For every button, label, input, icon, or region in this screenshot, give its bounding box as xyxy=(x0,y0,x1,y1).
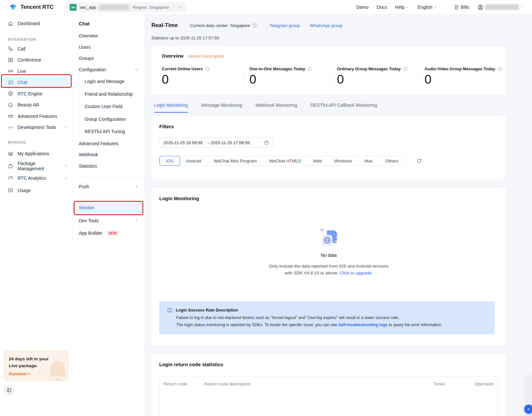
account-menu[interactable] xyxy=(477,4,524,10)
no-data-illustration xyxy=(318,227,340,247)
sidebar-item-label: Live xyxy=(18,69,26,74)
click-to-upgrade-link[interactable]: Click to upgrade xyxy=(340,270,372,275)
bills-link[interactable]: Bills xyxy=(454,5,469,10)
platform-tab-web[interactable]: Web xyxy=(307,156,328,166)
statistics-timestamp: Statistics up to 2025-11-25 17:57:50 xyxy=(151,35,506,40)
submenu-item-login-and-message[interactable]: Login and Message xyxy=(79,75,145,88)
filters-card: Filters 2025-11-25 16:59:59 ~ 2025-11-25… xyxy=(151,116,506,179)
platform-tab-wechat-mini-program[interactable]: WeChat Mini Program xyxy=(207,156,263,166)
submenu-item-app-builder[interactable]: App Builder NEW xyxy=(72,228,145,239)
submenu-item-groups[interactable]: Groups xyxy=(72,53,145,64)
sidebar-collapse-button[interactable] xyxy=(4,385,14,395)
language-label: English xyxy=(417,5,432,10)
sidebar-item-beauty-ar[interactable]: Beauty AR xyxy=(0,99,72,111)
sidebar-item-label: Usage xyxy=(18,188,31,193)
section-header-manage: MANAGE xyxy=(0,140,72,145)
platform-tab-others[interactable]: Others xyxy=(379,156,405,166)
metric-audio-video-group-messages: Audio-Video Group Messages Today 0 xyxy=(418,67,506,87)
notice-line2-pre: The login status monitoring is reported … xyxy=(176,323,338,327)
sidebar-item-label: Dashboard xyxy=(18,21,40,26)
platform-tab-android[interactable]: Android xyxy=(180,156,208,166)
submenu-item-webhook[interactable]: Webhook xyxy=(72,149,145,160)
sidebar-item-my-applications[interactable]: My Applications xyxy=(0,148,72,160)
sidebar-item-label: Package Management xyxy=(18,161,60,171)
sidebar-item-conference[interactable]: Conference xyxy=(0,54,72,66)
chevron-down-icon xyxy=(521,6,524,9)
submenu-item-friend-and-relationship[interactable]: Friend and Relationship xyxy=(79,88,145,101)
sidebar-item-label: Chat xyxy=(18,80,27,85)
self-troubleshooting-logs-link[interactable]: Self-troubleshooting logs xyxy=(338,323,387,327)
platform-tab-wechat-html5[interactable]: WeChat HTML5 xyxy=(263,156,307,166)
help-menu[interactable]: Help xyxy=(395,5,410,10)
submenu-item-label: App Builder xyxy=(79,230,102,236)
tab-message-monitoring[interactable]: Message Monitoring xyxy=(201,103,242,113)
metric-label: Current Online Users xyxy=(162,67,203,71)
platform-tab-ios[interactable]: iOS xyxy=(160,156,180,166)
monitoring-tabs: Login Monitoring Message Monitoring Webh… xyxy=(151,103,506,113)
table-header-row: Return code Return code description Time… xyxy=(160,377,498,391)
platform-tab-windows[interactable]: Windows xyxy=(328,156,358,166)
code-icon xyxy=(8,125,13,130)
column-times: Times xyxy=(396,381,445,386)
telegram-group-link[interactable]: Telegram group xyxy=(269,23,300,28)
metric-ordinary-group-messages: Ordinary Group Messages Today 0 xyxy=(331,67,418,87)
sidebar-item-dashboard[interactable]: Dashboard xyxy=(0,18,72,29)
sidebar-item-rtc-engine[interactable]: RTC Engine xyxy=(0,88,72,100)
info-icon[interactable] xyxy=(252,23,257,28)
sidebar-item-development-tools[interactable]: Development Tools xyxy=(0,122,72,133)
notice-line-2: The login status monitoring is reported … xyxy=(176,323,495,327)
sidebar-item-label: Beauty AR xyxy=(18,102,39,107)
sidebar-item-advanced-features[interactable]: Advanced Features xyxy=(0,111,72,122)
info-icon[interactable] xyxy=(307,67,312,71)
sidebar-item-package-management[interactable]: Package Management xyxy=(0,160,72,172)
language-menu[interactable]: English xyxy=(417,5,437,10)
info-icon[interactable] xyxy=(497,67,502,71)
chevron-right-icon xyxy=(134,219,138,222)
tab-webhook-monitoring[interactable]: Webhook Monitoring xyxy=(256,103,297,113)
tab-restful-api-callback-monitoring[interactable]: RESTful API Callback Monitoring xyxy=(311,103,377,113)
submenu-item-dev-tools[interactable]: Dev Tools xyxy=(72,215,145,227)
chevron-down-icon xyxy=(406,6,409,9)
tab-login-monitoring[interactable]: Login Monitoring xyxy=(154,103,188,113)
submenu-item-statistics[interactable]: Statistics xyxy=(72,160,145,172)
submenu-item-restful-api-tuning[interactable]: RESTful API Tuning xyxy=(79,125,145,138)
version-description-link[interactable]: Version Description xyxy=(188,54,224,59)
return-code-card: Login return code statistics Return code… xyxy=(151,354,506,416)
tencent-rtc-logo-icon xyxy=(9,3,17,11)
docs-link[interactable]: Docs xyxy=(377,5,387,10)
brand[interactable]: Tencent RTC xyxy=(9,3,53,11)
info-icon[interactable] xyxy=(205,67,210,71)
drawer-expand-button[interactable] xyxy=(524,405,532,414)
divider xyxy=(445,4,446,10)
submenu-item-users[interactable]: Users xyxy=(72,42,145,53)
return-code-title: Login return code statistics xyxy=(159,362,498,367)
submenu-item-group-configuration[interactable]: Group Configuration xyxy=(79,113,145,126)
submenu-item-overview[interactable]: Overview xyxy=(72,30,145,42)
sidebar-item-label: RTC Analytics xyxy=(18,175,46,181)
date-range-input[interactable]: 2025-11-25 16:59:59 ~ 2025-11-25 17:59:5… xyxy=(159,138,273,147)
sidebar-item-live[interactable]: Live xyxy=(0,66,72,77)
sidebar-item-label: Development Tools xyxy=(18,125,56,130)
submenu-item-advanced-features[interactable]: Advanced Features xyxy=(72,138,145,149)
overview-card: Overview Version Description Current Onl… xyxy=(151,46,506,94)
whatsapp-group-link[interactable]: WhatsApp group xyxy=(310,23,343,28)
platform-tab-mac[interactable]: Mac xyxy=(358,156,379,166)
submenu-item-configuration[interactable]: Configuration xyxy=(72,64,145,76)
brand-name: Tencent RTC xyxy=(21,4,53,10)
chevron-down-icon xyxy=(434,6,437,9)
app-selector[interactable]: se sec_app Region: Singapore xyxy=(66,2,186,12)
submenu-item-monitor[interactable]: Monitor xyxy=(77,201,142,214)
overview-title: Overview xyxy=(162,53,184,59)
sidebar-item-rtc-analytics[interactable]: RTC Analytics xyxy=(0,172,72,185)
home-icon xyxy=(8,21,13,26)
demo-link[interactable]: Demo xyxy=(356,5,368,10)
sidebar-item-chat[interactable]: Chat xyxy=(3,77,69,88)
info-icon[interactable] xyxy=(403,67,408,71)
gauge-icon xyxy=(8,175,13,181)
refresh-icon[interactable] xyxy=(416,158,422,164)
chevron-right-icon xyxy=(64,164,67,168)
submenu-item-push[interactable]: Push xyxy=(72,181,145,192)
sidebar-item-usage[interactable]: Usage xyxy=(0,184,72,197)
sidebar-item-call[interactable]: Call xyxy=(0,43,72,55)
submenu-item-custom-user-field[interactable]: Custom User Field xyxy=(79,100,145,113)
